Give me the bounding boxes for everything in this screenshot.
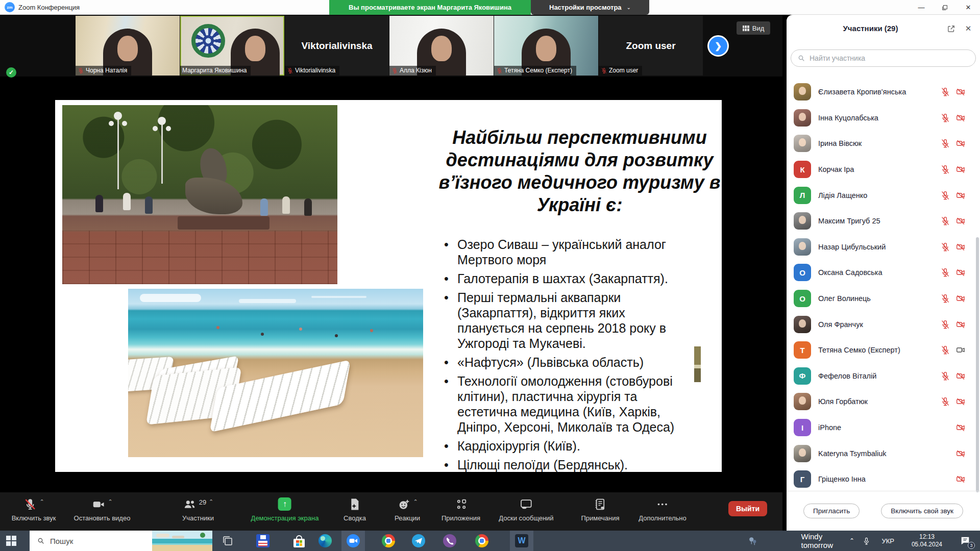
chevron-up-icon[interactable]: ⌃	[209, 498, 213, 505]
toolbar-item-reactions[interactable]: ⌃Реакции	[395, 497, 420, 522]
taskbar-app-telegram[interactable]	[407, 531, 430, 551]
participant-name: Гріщенко Інна	[818, 475, 955, 483]
toolbar-item-mic-off[interactable]: ⌃Включить звук	[12, 497, 56, 522]
slide-bullet: Озеро Сиваш – український аналог Мертвог…	[443, 237, 694, 267]
toolbar-item-label: Приложения	[442, 514, 480, 522]
tile-name-label: Zoom user	[599, 66, 642, 76]
search-input[interactable]	[810, 54, 969, 62]
chevron-up-icon[interactable]: ⌃	[413, 498, 418, 505]
video-tile[interactable]: ViktorialivinskaViktorialivinska	[285, 16, 389, 76]
video-tile[interactable]: Zoom userZoom user	[599, 16, 703, 76]
chevron-up-icon[interactable]: ⌃	[108, 498, 112, 505]
avatar: Л	[794, 187, 811, 204]
tile-name-label: Чорна Наталія	[76, 66, 131, 76]
camera-off-icon	[955, 422, 966, 433]
participant-row[interactable]: Максим Тригуб 25	[787, 208, 980, 234]
taskbar-app-zoom[interactable]	[341, 531, 365, 551]
panel-scrollbar[interactable]	[976, 237, 979, 492]
unmute-self-button[interactable]: Включить свой звук	[881, 504, 963, 518]
video-tile[interactable]: Чорна Наталія	[76, 16, 180, 76]
video-tile[interactable]: Тетяна Семко (Експерт)	[494, 16, 598, 76]
participant-search[interactable]	[791, 49, 976, 67]
participant-row[interactable]: ООлег Волинець	[787, 286, 980, 312]
taskbar-app-edge[interactable]	[313, 531, 337, 551]
video-tile[interactable]: Маргарита Яковишина	[180, 16, 284, 76]
participant-row[interactable]: Оля Франчук	[787, 311, 980, 337]
restore-icon	[941, 4, 948, 11]
start-button[interactable]	[6, 536, 16, 546]
video-tile[interactable]: Алла Кізюн	[389, 16, 494, 76]
window-title: Zoom Конференция	[18, 4, 80, 11]
chevron-down-icon: ⌄	[627, 5, 631, 10]
language-indicator[interactable]: УКР	[881, 531, 894, 551]
tray-chevron-up-icon[interactable]: ⌃	[849, 531, 854, 551]
mic-off-icon	[391, 67, 398, 74]
close-panel-icon[interactable]: ✕	[963, 23, 974, 34]
toolbar-item-label: Участники	[182, 514, 214, 522]
chevron-up-icon[interactable]: ⌃	[39, 498, 44, 505]
participant-row[interactable]: ТТетяна Семко (Експерт)	[787, 337, 980, 363]
taskbar-search[interactable]: Пошук	[30, 531, 212, 551]
restore-button[interactable]	[933, 0, 957, 15]
mic-off-icon	[940, 138, 950, 148]
camera-off-icon	[955, 164, 966, 174]
camera-off-icon	[955, 242, 966, 252]
zoom-app-window: zm Zoom Конференция Вы просматриваете эк…	[0, 0, 980, 551]
minimize-button[interactable]: —	[910, 0, 933, 15]
participant-row[interactable]: ООксана Садовська	[787, 260, 980, 286]
participant-row[interactable]: ФФефелов Віталій	[787, 363, 980, 389]
taskbar-app-file-manager[interactable]	[251, 531, 275, 551]
avatar	[794, 393, 811, 410]
camera-off-icon	[955, 87, 966, 97]
taskbar-app-viber[interactable]	[438, 531, 461, 551]
taskbar-app-chrome[interactable]	[377, 531, 400, 551]
participant-row[interactable]: IiPhone	[787, 415, 980, 441]
participant-row[interactable]: Kateryna Tsymbaliuk	[787, 440, 980, 466]
clock[interactable]: 12:13 05.04.2024	[912, 531, 942, 551]
participant-status-icons	[940, 293, 966, 304]
close-button[interactable]: ✕	[957, 0, 980, 15]
tray-mic-icon[interactable]	[862, 531, 871, 551]
taskbar-app-store[interactable]	[287, 531, 311, 551]
share-screen-icon: ↑	[278, 497, 291, 511]
leave-button[interactable]: Выйти	[728, 501, 767, 516]
participant-row[interactable]: ЛЛідія Лащенко	[787, 182, 980, 208]
mic-off-icon	[940, 242, 950, 252]
next-participants-button[interactable]: ❯	[707, 35, 729, 57]
toolbar-item-more[interactable]: Дополнительно	[639, 497, 687, 522]
whiteboard-icon	[520, 497, 533, 511]
toolbar-item-camera[interactable]: ⌃Остановить видео	[74, 497, 131, 522]
notification-button[interactable]: 3	[960, 531, 972, 551]
participant-row[interactable]: ГГріщенко Інна	[787, 466, 980, 492]
toolbar-item-share-screen[interactable]: ↑Демонстрация экрана	[251, 497, 319, 522]
taskbar-app-word[interactable]: W	[510, 531, 533, 551]
participant-row[interactable]: ККорчак Іра	[787, 157, 980, 183]
toolbar-item-notes[interactable]: Примечания	[581, 497, 619, 522]
toolbar-item-summary[interactable]: Сводка	[344, 497, 366, 522]
slide-bullet: «Нафтуся» (Львівська область)	[443, 355, 694, 370]
decor-bar	[694, 346, 701, 382]
windows-taskbar: Пошук W Windy tomorrow ⌃ УКР 12:13 05.04…	[0, 531, 980, 551]
share-banner-text: Вы просматриваете экран Маргарита Яковиш…	[349, 4, 511, 11]
view-mode-button[interactable]: Вид	[737, 21, 770, 35]
toolbar-item-people[interactable]: 29⌃Участники	[182, 497, 214, 522]
weather-label[interactable]: Windy tomorrow	[801, 531, 833, 551]
mic-off-icon	[940, 345, 950, 355]
participants-header: Участники (29) ✕	[787, 22, 980, 35]
participant-row[interactable]: Юля Горбатюк	[787, 389, 980, 415]
file-manager-icon	[256, 534, 270, 547]
tray-date: 05.04.2024	[912, 541, 942, 548]
participant-row[interactable]: Єлизавета Кропив’янська	[787, 79, 980, 105]
task-view-button[interactable]	[222, 535, 234, 547]
toolbar-item-whiteboard[interactable]: Доски сообщений	[499, 497, 553, 522]
participant-row[interactable]: Назар Цибульський	[787, 234, 980, 260]
popout-icon[interactable]	[945, 23, 957, 34]
view-settings-button[interactable]: Настройки просмотра ⌄	[531, 0, 649, 15]
taskbar-app-chrome-2[interactable]	[470, 531, 494, 551]
toolbar-item-apps[interactable]: Приложения	[442, 497, 480, 522]
participant-row[interactable]: Ірина Вівсюк	[787, 131, 980, 157]
participant-row[interactable]: Інна Куцолабська	[787, 105, 980, 131]
invite-button[interactable]: Пригласить	[803, 504, 860, 518]
avatar	[794, 83, 811, 101]
mic-off-icon	[940, 216, 950, 226]
